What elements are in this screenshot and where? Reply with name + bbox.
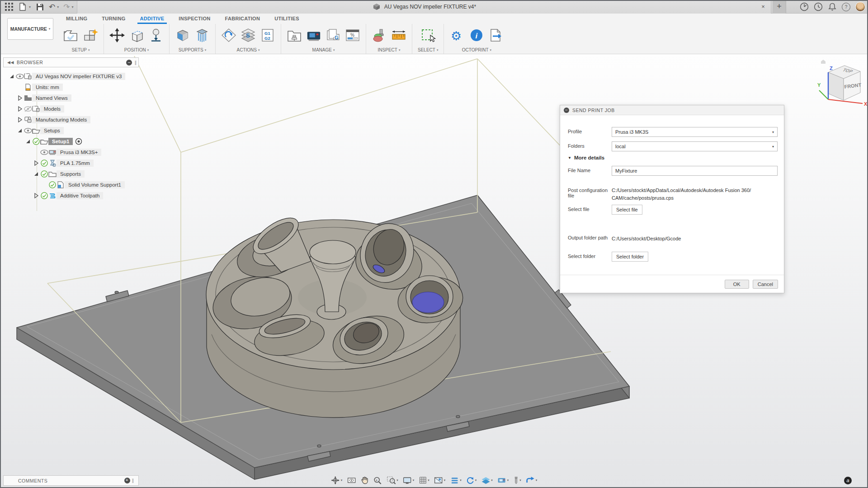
help-icon[interactable]: ? bbox=[842, 3, 850, 11]
orient-box-icon[interactable] bbox=[129, 28, 144, 43]
ribbon-group-label-manage[interactable]: MANAGE▾ bbox=[312, 46, 335, 54]
tree-expander-icon[interactable] bbox=[24, 137, 32, 145]
nav-zoom-window-button[interactable]: ▾ bbox=[385, 475, 400, 485]
viewcube[interactable]: TOP FRONT Z Y X bbox=[817, 58, 868, 111]
nav-display-settings-button[interactable]: ▾ bbox=[401, 476, 416, 485]
assistant-icon[interactable]: a bbox=[844, 477, 852, 484]
file-name-input[interactable]: MyFixture bbox=[612, 166, 778, 176]
ribbon-group-label-actions[interactable]: ACTIONS▾ bbox=[237, 46, 260, 54]
visibility-eye-icon[interactable] bbox=[40, 148, 48, 156]
octoprint-export-icon[interactable] bbox=[488, 28, 504, 43]
drop-part-icon[interactable] bbox=[148, 28, 164, 43]
undo-icon[interactable]: ↶ bbox=[49, 3, 55, 11]
nav-toolpath-layers-button[interactable]: ▾ bbox=[448, 476, 463, 485]
ribbon-group-label-position[interactable]: POSITION▾ bbox=[124, 46, 149, 54]
profile-dropdown[interactable]: Prusa i3 MK3S ▾ bbox=[612, 127, 778, 137]
document-tab[interactable]: AU Vegas NOV impeller FIXTURE v4* × bbox=[77, 0, 771, 14]
ribbon-group-label-octoprint[interactable]: OCTOPRINT▾ bbox=[462, 46, 491, 54]
folders-dropdown[interactable]: local ▾ bbox=[612, 141, 778, 151]
progress-percent-icon[interactable]: % bbox=[345, 28, 360, 43]
nav-fastener-button[interactable]: ▾ bbox=[512, 475, 523, 485]
move-arrows-icon[interactable] bbox=[109, 28, 125, 43]
dialog-header[interactable]: − SEND PRINT JOB bbox=[560, 105, 784, 115]
nav-orbit-button[interactable]: ▾ bbox=[330, 475, 344, 485]
ribbon-tab-fabrication[interactable]: FABRICATION bbox=[218, 14, 268, 24]
browser-item-solid-volume-support1[interactable]: Solid Volume Support1 bbox=[3, 179, 139, 190]
browser-item-supports[interactable]: Supports bbox=[3, 169, 139, 179]
file-menu-caret[interactable]: ▾ bbox=[29, 5, 31, 9]
close-document-icon[interactable]: × bbox=[759, 3, 767, 11]
ok-button[interactable]: OK bbox=[725, 280, 749, 289]
nav-zoom-button[interactable]: ± bbox=[372, 475, 383, 485]
measure-ruler-icon[interactable] bbox=[391, 28, 406, 43]
redo-caret[interactable]: ▾ bbox=[72, 5, 74, 9]
browser-item-manufacturing-models[interactable]: Manufacturing Models bbox=[3, 114, 139, 125]
support-bars-icon[interactable] bbox=[194, 28, 210, 43]
browser-minimize-icon[interactable]: − bbox=[126, 60, 132, 66]
setup-folder-icon[interactable] bbox=[63, 28, 79, 43]
ribbon-group-label-setup[interactable]: SETUP▾ bbox=[72, 46, 90, 54]
save-icon[interactable] bbox=[35, 2, 44, 11]
browser-collapse-icon[interactable]: ◀◀ bbox=[7, 60, 14, 65]
ribbon-tab-milling[interactable]: MILLING bbox=[59, 14, 94, 24]
ribbon-tab-turning[interactable]: TURNING bbox=[94, 14, 132, 24]
viewcube-home-icon[interactable] bbox=[821, 60, 826, 64]
clock-icon[interactable] bbox=[814, 2, 823, 11]
gcode-docs-icon[interactable]: G bbox=[326, 28, 341, 43]
tree-expander-icon[interactable] bbox=[16, 116, 24, 124]
octoprint-gear-icon[interactable]: ⚙ bbox=[449, 28, 465, 43]
nav-look-at-button[interactable] bbox=[345, 476, 357, 485]
tree-expander-icon[interactable] bbox=[16, 127, 24, 135]
undo-caret[interactable]: ▾ bbox=[57, 5, 59, 9]
nav-machine-view-button[interactable]: ▾ bbox=[496, 476, 510, 485]
browser-item-units-mm[interactable]: Units: mm bbox=[3, 82, 139, 93]
browser-resize-handle[interactable]: ∥ bbox=[134, 60, 137, 65]
ribbon-group-label-inspect[interactable]: INSPECT▾ bbox=[378, 46, 401, 54]
generate-toolpath-icon[interactable] bbox=[221, 28, 236, 43]
ribbon-tab-additive[interactable]: ADDITIVE bbox=[133, 14, 172, 24]
select-file-button[interactable]: Select file bbox=[612, 205, 642, 215]
inspect-probe-icon[interactable] bbox=[372, 28, 387, 43]
nav-post-arrow-button[interactable]: ▾ bbox=[524, 476, 539, 485]
ribbon-tab-inspection[interactable]: INSPECTION bbox=[171, 14, 217, 24]
new-setup-icon[interactable] bbox=[83, 28, 98, 43]
nav-viewports-button[interactable]: ▾ bbox=[433, 476, 447, 485]
new-document-tab-button[interactable]: + bbox=[773, 0, 786, 14]
octoprint-info-icon[interactable]: i bbox=[469, 28, 484, 43]
ribbon-tab-utilities[interactable]: UTILITIES bbox=[267, 14, 307, 24]
workspace-selector[interactable]: MANUFACTURE ▾ bbox=[7, 18, 53, 40]
browser-item-models[interactable]: Models bbox=[3, 103, 139, 114]
nav-simulate-button[interactable]: ▾ bbox=[465, 475, 478, 485]
browser-item-setup1[interactable]: Setup1 bbox=[3, 136, 139, 147]
nav-layer-diamond-button[interactable]: ▾ bbox=[480, 476, 494, 485]
browser-item-pla-1-75mm[interactable]: PLA 1.75mm bbox=[3, 158, 139, 169]
visibility-eye-off-icon[interactable] bbox=[24, 105, 32, 113]
app-launcher-icon[interactable] bbox=[5, 2, 14, 11]
add-comment-icon[interactable]: + bbox=[124, 478, 130, 483]
more-details-toggle[interactable]: ▼ More details bbox=[568, 155, 604, 160]
user-avatar[interactable] bbox=[855, 2, 865, 12]
file-menu-icon[interactable] bbox=[18, 2, 27, 11]
tree-expander-icon[interactable] bbox=[32, 159, 40, 167]
browser-item-prusa-i3-mk3s[interactable]: Prusa i3 MK3S+ bbox=[3, 147, 139, 158]
tree-expander-icon[interactable] bbox=[32, 192, 40, 200]
ribbon-group-label-select[interactable]: SELECT▾ bbox=[418, 46, 438, 54]
select-folder-button[interactable]: Select folder bbox=[612, 252, 648, 262]
tree-expander-icon[interactable] bbox=[32, 170, 40, 178]
post-g1g2-icon[interactable]: G1G2 bbox=[260, 28, 275, 43]
machine-library-icon[interactable] bbox=[306, 28, 321, 43]
slice-stack-icon[interactable]: S bbox=[241, 28, 256, 43]
ribbon-group-label-supports[interactable]: SUPPORTS▾ bbox=[179, 46, 206, 54]
visibility-eye-icon[interactable] bbox=[24, 127, 32, 135]
nav-grid-settings-button[interactable]: ▾ bbox=[417, 476, 431, 485]
visibility-eye-icon[interactable] bbox=[16, 72, 24, 80]
tree-expander-icon[interactable] bbox=[16, 94, 24, 102]
dialog-minimize-icon[interactable]: − bbox=[564, 108, 569, 113]
comments-resize-handle[interactable]: ∥ bbox=[132, 478, 135, 483]
browser-header[interactable]: ◀◀ BROWSER − ∥ bbox=[3, 57, 139, 67]
nav-pan-button[interactable] bbox=[359, 475, 370, 485]
browser-item-setups[interactable]: Setups bbox=[3, 125, 139, 136]
notifications-bell-icon[interactable] bbox=[828, 2, 837, 11]
tree-expander-icon[interactable] bbox=[16, 105, 24, 113]
support-wedge-icon[interactable] bbox=[175, 28, 190, 43]
